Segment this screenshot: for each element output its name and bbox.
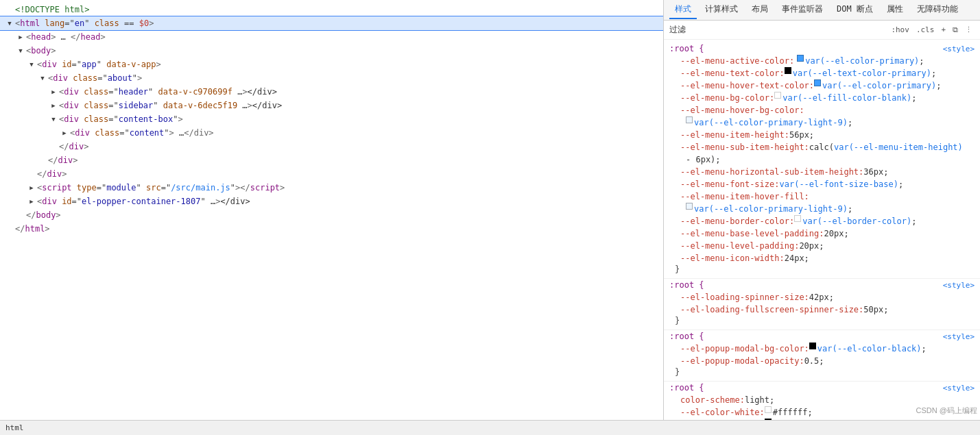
styles-panel: 样式 计算样式 布局 事件监听器 DOM 断点 属性 无障碍功能 过滤 :hov… <box>664 0 980 420</box>
triangle-div-content[interactable] <box>60 129 69 137</box>
status-text: html <box>5 423 24 432</box>
css-selector-2: :root { <box>669 280 704 290</box>
triangle-div-sidebar[interactable] <box>49 101 58 110</box>
css-rule-header-2: :root { <style> <box>669 280 975 290</box>
triangle-body[interactable] <box>16 47 25 55</box>
css-rules-area: :root { <style> --el-menu-active-color: … <box>664 40 980 420</box>
swatch-white[interactable] <box>765 406 772 413</box>
filter-label: 过滤 <box>669 24 686 36</box>
filter-bar: 过滤 :hov .cls + ⧉ ⋮ <box>664 21 980 40</box>
dom-line-div-header[interactable]: <div class="header" data-v-c970699f … > … <box>0 85 663 99</box>
triangle-div-about[interactable] <box>38 74 47 82</box>
tab-properties[interactable]: 属性 <box>881 1 909 19</box>
css-prop-menu-hover-bg-val: var(--el-color-primary-light-9); <box>669 116 975 129</box>
swatch-menu-bg[interactable] <box>774 92 781 99</box>
tab-accessibility[interactable]: 无障碍功能 <box>911 1 964 19</box>
triangle-html[interactable] <box>5 19 14 27</box>
dom-line-script[interactable]: <script type="module" src="/src/main.js"… <box>0 181 663 195</box>
css-close-brace-2: } <box>669 316 975 325</box>
status-bar: html <box>0 420 980 435</box>
dom-line-close-body: </body> <box>0 208 663 222</box>
dom-line-div-app[interactable]: <div id="app" data-v-app > <box>0 58 663 71</box>
filter-icons: :hov .cls + ⧉ ⋮ <box>889 25 975 35</box>
css-prop-color-scheme: color-scheme: light; <box>669 394 975 406</box>
triangle-div-app[interactable] <box>27 60 36 69</box>
cls-button[interactable]: .cls <box>914 25 937 35</box>
css-prop-menu-font-size: --el-menu-font-size: var(--el-font-size-… <box>669 178 975 190</box>
css-source-3[interactable]: <style> <box>943 332 975 341</box>
css-prop-menu-text: --el-menu-text-color: var(--el-text-colo… <box>669 67 975 79</box>
css-selector-3: :root { <box>669 332 704 341</box>
css-prop-menu-active: --el-menu-active-color: var(--el-color-p… <box>669 55 975 67</box>
swatch-menu-hover-bg[interactable] <box>686 116 693 123</box>
css-source-2[interactable]: <style> <box>943 281 975 290</box>
css-prop-popup-modal-bg: --el-popup-modal-bg-color: var(--el-colo… <box>669 343 975 355</box>
css-prop-menu-base-padding: --el-menu-base-level-padding: 20px; <box>669 227 975 240</box>
dom-line-close-app: </div> <box>0 167 663 181</box>
dom-line-close-html: </html> <box>0 222 663 236</box>
css-prop-menu-hover-bg: --el-menu-hover-bg-color: <box>669 104 975 116</box>
css-prop-loading-spinner: --el-loading-spinner-size: 42px; <box>669 291 975 303</box>
main-container: <!DOCTYPE html> <html lang="en" class ==… <box>0 0 980 420</box>
css-source-4[interactable]: <style> <box>943 384 975 393</box>
tab-computed[interactable]: 计算样式 <box>700 1 743 19</box>
css-prop-menu-level-padding: --el-menu-level-padding: 20px; <box>669 240 975 252</box>
dom-panel: <!DOCTYPE html> <html lang="en" class ==… <box>0 0 664 420</box>
triangle-div-content-box[interactable] <box>49 115 58 123</box>
doctype-text: <!DOCTYPE html> <box>15 3 89 16</box>
swatch-popup-modal-bg[interactable] <box>809 343 816 349</box>
triangle-script[interactable] <box>27 184 36 192</box>
dom-line-body[interactable]: <body> <box>0 44 663 58</box>
css-source-1[interactable]: <style> <box>943 45 975 53</box>
css-rule-block-1: :root { <style> --el-menu-active-color: … <box>664 42 980 279</box>
css-close-brace-1: } <box>669 264 975 274</box>
swatch-menu-hover-fill[interactable] <box>686 203 693 210</box>
triangle-head[interactable] <box>16 33 25 41</box>
css-rule-header-4: :root { <style> <box>669 383 975 393</box>
css-prop-menu-item-hover-fill-val: var(--el-color-primary-light-9); <box>669 203 975 215</box>
css-rule-header-3: :root { <style> <box>669 332 975 341</box>
css-prop-menu-horiz-sub: --el-menu-horizontal-sub-item-height: 36… <box>669 166 975 178</box>
filter-input[interactable] <box>691 25 889 35</box>
overflow-button[interactable]: ⋮ <box>963 25 975 35</box>
dom-line-div-content[interactable]: <div class="content" > … </div> <box>0 126 663 140</box>
tab-dom-breakpoints[interactable]: DOM 断点 <box>831 1 879 19</box>
css-selector-4: :root { <box>669 383 704 393</box>
dom-line-div-content-box[interactable]: <div class="content-box" > <box>0 112 663 126</box>
css-prop-menu-item-height: --el-menu-item-height: 56px; <box>669 129 975 141</box>
dom-line-div-about[interactable]: <div class="about" > <box>0 71 663 85</box>
styles-tabs: 样式 计算样式 布局 事件监听器 DOM 断点 属性 无障碍功能 <box>664 0 980 21</box>
css-prop-menu-hover-text: --el-menu-hover-text-color: var(--el-col… <box>669 79 975 92</box>
css-rule-block-3: :root { <style> --el-popup-modal-bg-colo… <box>664 330 980 382</box>
dom-line-head[interactable]: <head> … </head> <box>0 30 663 44</box>
hov-button[interactable]: :hov <box>889 25 911 35</box>
swatch-menu-border[interactable] <box>794 215 801 222</box>
swatch-menu-hover-text[interactable] <box>814 79 821 86</box>
triangle-div-header[interactable] <box>49 88 58 96</box>
inspect-button[interactable]: ⧉ <box>951 25 960 35</box>
watermark: CSDN @码上编程 <box>916 406 977 416</box>
dom-line-html[interactable]: <html lang="en" class == $0 > <box>0 16 663 30</box>
css-selector-1: :root { <box>669 44 704 53</box>
css-prop-loading-fullscreen: --el-loading-fullscreen-spinner-size: 50… <box>669 303 975 316</box>
css-prop-menu-sub-item-height-val: - 6px); <box>669 153 975 166</box>
css-prop-menu-icon-width: --el-menu-icon-width: 24px; <box>669 252 975 264</box>
dom-line-close-about: </div> <box>0 153 663 167</box>
add-button[interactable]: + <box>939 25 948 35</box>
dom-line-div-sidebar[interactable]: <div class="sidebar" data-v-6dec5f19 … >… <box>0 99 663 112</box>
tab-event-listeners[interactable]: 事件监听器 <box>776 1 828 19</box>
css-prop-menu-sub-item-height: --el-menu-sub-item-height: calc(var(--el… <box>669 141 975 153</box>
css-prop-menu-bg: --el-menu-bg-color: var(--el-fill-color-… <box>669 92 975 104</box>
swatch-menu-active[interactable] <box>797 55 804 62</box>
css-prop-menu-item-hover-fill: --el-menu-item-hover-fill: <box>669 190 975 203</box>
css-rule-block-2: :root { <style> --el-loading-spinner-siz… <box>664 279 980 330</box>
css-close-brace-3: } <box>669 367 975 377</box>
tab-styles[interactable]: 样式 <box>669 1 697 19</box>
dom-line-el-popper[interactable]: <div id="el-popper-container-1807" … > <… <box>0 195 663 208</box>
swatch-menu-text[interactable] <box>785 67 791 74</box>
css-prop-menu-border: --el-menu-border-color: var(--el-border-… <box>669 215 975 227</box>
triangle-el-popper[interactable] <box>27 197 36 206</box>
tab-layout[interactable]: 布局 <box>746 1 774 19</box>
css-rule-header-1: :root { <style> <box>669 44 975 53</box>
css-prop-popup-opacity: --el-popup-modal-opacity: 0.5; <box>669 355 975 367</box>
